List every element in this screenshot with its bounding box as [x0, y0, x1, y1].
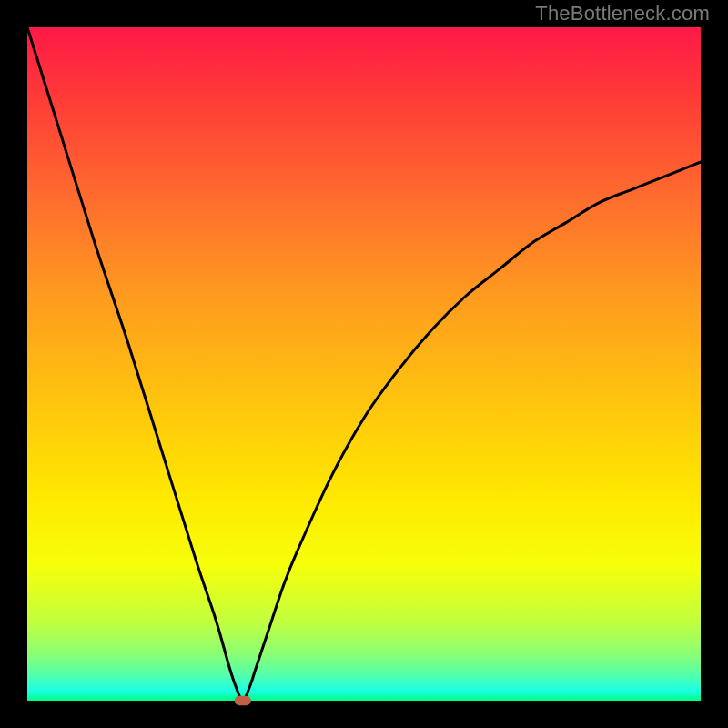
chart-svg: [0, 0, 728, 728]
chart-frame: TheBottleneck.com: [0, 0, 728, 728]
watermark-text: TheBottleneck.com: [535, 2, 710, 25]
plot-background: [27, 27, 701, 701]
minimum-marker: [235, 696, 251, 705]
